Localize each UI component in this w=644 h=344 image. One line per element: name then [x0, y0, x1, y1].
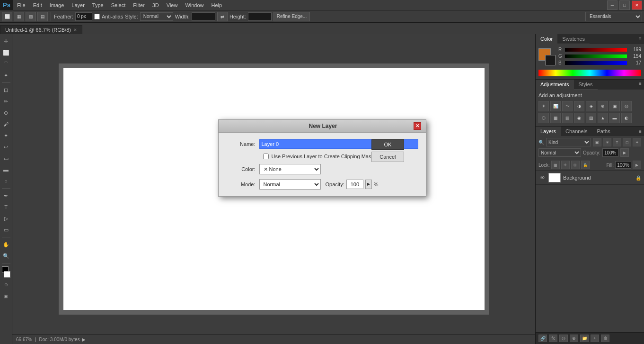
color-picker[interactable]: [1, 265, 11, 279]
menu-window[interactable]: Window: [181, 1, 207, 9]
doc-info-arrow[interactable]: ▶: [82, 337, 86, 342]
marquee-intersect-btn[interactable]: ▤: [37, 12, 48, 21]
crop-tool[interactable]: ⊡: [1, 85, 11, 95]
layers-panel-menu-btn[interactable]: ≡: [636, 127, 644, 135]
tab-layers[interactable]: Layers: [536, 127, 561, 136]
path-select-tool[interactable]: ▷: [1, 213, 11, 224]
adj-colorbalance-btn[interactable]: ▣: [609, 101, 620, 111]
close-button[interactable]: ✕: [632, 0, 642, 10]
lock-artboards-btn[interactable]: ⊞: [571, 161, 580, 169]
adj-vibrance-btn[interactable]: ◈: [586, 101, 596, 111]
blend-mode-select[interactable]: Normal: [538, 148, 581, 157]
adj-photofilter-btn[interactable]: ⬡: [538, 113, 549, 123]
height-input[interactable]: [248, 12, 272, 21]
layer-mask-btn[interactable]: ◎: [559, 335, 568, 342]
dialog-color-select[interactable]: ✕ None Red Orange Yellow Green Blue Viol…: [259, 164, 321, 174]
style-select[interactable]: Normal: [140, 12, 173, 21]
menu-view[interactable]: View: [163, 1, 182, 9]
minimize-button[interactable]: ─: [607, 0, 618, 10]
adj-threshold-btn[interactable]: ▲: [598, 113, 608, 123]
swap-dimensions-btn[interactable]: ⇄: [217, 12, 228, 21]
adj-hsl-btn[interactable]: ⊕: [598, 101, 608, 111]
adj-invert-btn[interactable]: ◉: [574, 113, 584, 123]
tab-adjustments[interactable]: Adjustments: [536, 80, 574, 90]
magic-wand-tool[interactable]: ✦: [1, 70, 11, 81]
adj-bw-btn[interactable]: ◎: [621, 101, 632, 111]
tab-swatches[interactable]: Swatches: [557, 34, 590, 44]
screen-mode-btn[interactable]: ▣: [1, 291, 11, 301]
adj-exposure-btn[interactable]: ◑: [574, 101, 584, 111]
dialog-close-button[interactable]: ✕: [414, 122, 421, 130]
eraser-tool[interactable]: ▭: [1, 153, 11, 163]
adj-channelmix-btn[interactable]: ▦: [550, 113, 561, 123]
type-tool[interactable]: T: [1, 202, 11, 212]
feather-input[interactable]: [75, 12, 92, 21]
tab-styles[interactable]: Styles: [574, 80, 598, 90]
background-color[interactable]: [4, 271, 10, 278]
layer-background[interactable]: 👁 Background 🔒: [536, 171, 644, 185]
lock-all-btn[interactable]: 🔒: [581, 161, 590, 169]
marquee-tool[interactable]: ⬜: [1, 47, 11, 58]
hand-tool[interactable]: ✋: [1, 239, 11, 250]
r-slider[interactable]: [565, 48, 627, 52]
zoom-tool[interactable]: 🔍: [1, 251, 11, 261]
move-tool[interactable]: ✛: [1, 36, 11, 46]
tab-paths[interactable]: Paths: [592, 127, 615, 136]
fill-input[interactable]: [615, 161, 631, 169]
filter-pixel-btn[interactable]: ▣: [593, 138, 601, 146]
history-brush-tool[interactable]: ↩: [1, 142, 11, 152]
adj-gradient-btn[interactable]: ▬: [609, 113, 620, 123]
marquee-options-btn[interactable]: ▦: [14, 12, 24, 21]
adj-panel-menu-btn[interactable]: ≡: [636, 80, 644, 87]
menu-layer[interactable]: Layer: [68, 1, 88, 9]
background-swatch[interactable]: [545, 55, 556, 65]
dialog-opacity-slider-btn[interactable]: ▶: [365, 180, 372, 189]
filter-smart-btn[interactable]: ✦: [633, 138, 641, 146]
layers-kind-select[interactable]: Kind: [546, 138, 591, 146]
menu-edit[interactable]: Edit: [29, 1, 46, 9]
layers-opacity-input[interactable]: [602, 148, 618, 157]
menu-filter[interactable]: Filter: [129, 1, 148, 9]
lock-position-btn[interactable]: ✛: [561, 161, 570, 169]
tab-channels[interactable]: Channels: [561, 127, 592, 136]
dialog-ok-button[interactable]: OK: [371, 139, 404, 150]
essentials-select[interactable]: Essentials: [585, 12, 642, 21]
pen-tool[interactable]: ✒: [1, 190, 11, 201]
menu-file[interactable]: File: [13, 1, 29, 9]
heal-tool[interactable]: ⊕: [1, 108, 11, 118]
lasso-tool[interactable]: ⌒: [1, 59, 11, 69]
link-layers-btn[interactable]: 🔗: [538, 335, 547, 342]
marquee-subtract-btn[interactable]: ▧: [26, 12, 36, 21]
eyedropper-tool[interactable]: ✏: [1, 96, 11, 107]
document-tab[interactable]: Untitled-1 @ 66.7% (RGB/8) ✕: [0, 25, 82, 34]
filter-type-btn[interactable]: T: [613, 138, 621, 146]
menu-3d[interactable]: 3D: [149, 1, 163, 9]
width-input[interactable]: [192, 12, 215, 21]
brush-tool[interactable]: 🖌: [1, 119, 11, 129]
filter-shape-btn[interactable]: ◻: [623, 138, 631, 146]
tab-close-icon[interactable]: ✕: [73, 27, 77, 32]
opacity-arrow-btn[interactable]: ▶: [620, 148, 629, 157]
g-slider[interactable]: [565, 54, 627, 58]
adj-curves-btn[interactable]: 〜: [562, 101, 573, 111]
dialog-mode-select[interactable]: Normal: [259, 179, 321, 190]
dialog-cancel-button[interactable]: Cancel: [371, 152, 404, 162]
menu-image[interactable]: Image: [46, 1, 68, 9]
delete-layer-btn[interactable]: 🗑: [601, 335, 609, 342]
restore-button[interactable]: □: [619, 0, 630, 10]
adj-selective-btn[interactable]: ◐: [621, 113, 632, 123]
clone-tool[interactable]: ✦: [1, 130, 11, 141]
lock-pixels-btn[interactable]: ▦: [551, 161, 560, 169]
b-slider[interactable]: [565, 61, 627, 65]
anti-alias-checkbox[interactable]: [94, 14, 100, 19]
adj-colorlookup-btn[interactable]: ▤: [562, 113, 573, 123]
fill-arrow-btn[interactable]: ▶: [633, 161, 641, 169]
adj-brightness-btn[interactable]: ☀: [538, 101, 549, 111]
new-group-btn[interactable]: 📁: [580, 335, 589, 342]
layer-visibility-icon[interactable]: 👁: [538, 174, 546, 181]
menu-type[interactable]: Type: [88, 1, 107, 9]
refine-edge-button[interactable]: Refine Edge...: [273, 12, 310, 21]
color-panel-menu-btn[interactable]: ≡: [636, 34, 644, 42]
quick-mask-btn[interactable]: ⊙: [1, 280, 11, 290]
layer-style-btn[interactable]: fx: [549, 335, 557, 342]
